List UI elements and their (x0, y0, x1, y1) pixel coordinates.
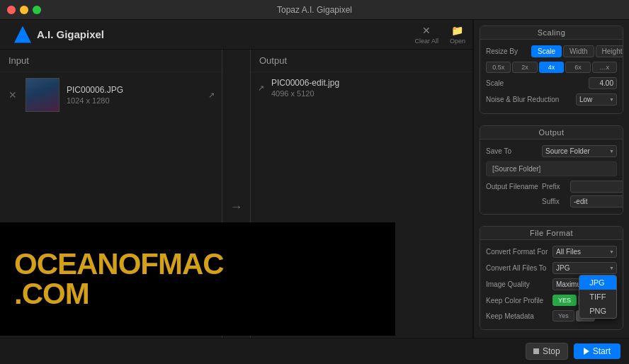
format-png-option[interactable]: PNG (579, 304, 616, 318)
format-tiff-option[interactable]: TIFF (579, 290, 616, 304)
watermark-ocean: OCEAN (14, 247, 118, 280)
color-yes-btn[interactable]: YES (552, 295, 577, 306)
noise-label: Noise & Blur Reduction (486, 96, 573, 103)
convert-to-select[interactable]: JPG TIFF PNG (552, 262, 617, 274)
file-name: PIC00006.JPG (67, 85, 201, 95)
prefix-input[interactable] (570, 181, 623, 193)
format-dropdown: JPG TIFF PNG (579, 275, 617, 319)
start-label: Start (593, 346, 611, 356)
external-link-icon[interactable]: ↗ (208, 91, 215, 100)
file-thumbnail (26, 78, 60, 112)
app-logo-text: A.I. Gigapixel (37, 28, 104, 40)
app-logo-icon (14, 26, 31, 43)
suffix-row: Suffix (486, 195, 617, 207)
scale-value-row: Scale (486, 77, 617, 89)
metadata-label: Keep Metadata (486, 312, 550, 320)
output-file-dimensions: 4096 x 5120 (271, 89, 465, 98)
watermark-line1: OCEANOFMAC (14, 249, 381, 279)
prefix-row: Output Filename Prefix (486, 181, 617, 193)
convert-to-label: Convert All Files To (486, 264, 550, 272)
input-header: Input (0, 50, 222, 72)
window-title: Topaz A.I. Gigapixel (277, 5, 352, 15)
scale-custom-btn[interactable]: …x (592, 62, 617, 73)
clear-all-button[interactable]: ✕ Clear All (414, 25, 438, 45)
output-file-icon: ↗ (258, 84, 264, 93)
main-container: A.I. Gigapixel ✕ Clear All 📁 Open Input … (0, 20, 629, 364)
close-button[interactable] (7, 6, 16, 14)
scale-options-row: 0.5x 2x 4x 6x …x (486, 62, 617, 73)
save-to-select[interactable]: Source Folder (542, 145, 617, 157)
suffix-label: Suffix (542, 198, 567, 205)
folder-display-box: [Source Folder] (486, 161, 617, 176)
scale-4x-btn[interactable]: 4x (539, 62, 564, 73)
play-icon (584, 348, 589, 355)
file-format-section: File Format Convert Format For All Files… (480, 226, 623, 330)
save-to-select-wrapper: Source Folder (542, 145, 617, 157)
scaling-content: Resize By Scale Width Height 0.5x 2x 4x … (480, 40, 623, 114)
file-dimensions: 1024 x 1280 (67, 96, 201, 105)
noise-select-wrapper: Low Medium High (576, 93, 617, 106)
scale-6x-btn[interactable]: 6x (565, 62, 590, 73)
convert-for-row: Convert Format For All Files (486, 246, 617, 258)
scale-buttons: 0.5x 2x 4x 6x …x (486, 62, 617, 73)
start-button[interactable]: Start (574, 343, 620, 359)
open-label: Open (450, 38, 465, 45)
resize-by-buttons: Scale Width Height (531, 45, 623, 57)
open-button[interactable]: 📁 Open (450, 25, 465, 45)
metadata-yes-btn[interactable]: Yes (552, 310, 574, 322)
watermark-line2: .COM (14, 279, 381, 309)
convert-to-wrapper: JPG TIFF PNG (552, 262, 617, 274)
stop-icon (533, 348, 539, 354)
arrow-icon: → (230, 200, 243, 215)
resize-by-label: Resize By (486, 47, 528, 55)
left-panel: A.I. Gigapixel ✕ Clear All 📁 Open Input … (0, 20, 473, 364)
convert-for-wrapper: All Files (552, 246, 617, 258)
resize-height-btn[interactable]: Height (596, 45, 623, 57)
watermark-of: OF (118, 247, 158, 280)
maximize-button[interactable] (33, 6, 41, 14)
suffix-input[interactable] (570, 195, 623, 207)
output-panel-title: Output (480, 126, 623, 140)
watermark-mac: MAC (158, 247, 224, 280)
scaling-title: Scaling (480, 26, 623, 40)
scale-2x-btn[interactable]: 2x (512, 62, 537, 73)
minimize-button[interactable] (20, 6, 28, 14)
convert-to-row: Convert All Files To JPG TIFF PNG JPG TI… (486, 262, 617, 274)
remove-file-button[interactable]: ✕ (7, 88, 18, 102)
titlebar: Topaz A.I. Gigapixel (0, 0, 629, 20)
output-header: Output (251, 50, 472, 72)
format-jpg-option[interactable]: JPG (579, 275, 616, 290)
prefix-label: Prefix (542, 183, 567, 190)
scale-value-input[interactable] (589, 77, 617, 89)
output-panel-content: Save To Source Folder [Source Folder] Ou… (480, 140, 623, 215)
output-panel-section: Output Save To Source Folder [Source Fol… (480, 125, 623, 215)
quality-label: Image Quality (486, 280, 550, 288)
save-to-row: Save To Source Folder (486, 145, 617, 157)
noise-row: Noise & Blur Reduction Low Medium High (486, 93, 617, 106)
filename-label: Output Filename (486, 183, 539, 190)
traffic-lights (7, 6, 41, 14)
convert-for-label: Convert Format For (486, 248, 550, 256)
file-format-title: File Format (480, 227, 623, 240)
resize-scale-btn[interactable]: Scale (531, 45, 562, 57)
stop-button[interactable]: Stop (526, 343, 568, 360)
resize-width-btn[interactable]: Width (563, 45, 594, 57)
file-info: PIC00006.JPG 1024 x 1280 (67, 85, 201, 105)
output-file-item: ↗ PIC00006-edit.jpg 4096 x 5120 (251, 72, 472, 103)
save-to-label: Save To (486, 147, 539, 155)
output-file-name: PIC00006-edit.jpg (271, 78, 465, 88)
clear-icon: ✕ (419, 25, 434, 36)
bottom-bar: Stop Start (0, 338, 629, 364)
scale-05x-btn[interactable]: 0.5x (486, 62, 511, 73)
folder-icon: 📁 (450, 25, 465, 36)
noise-select[interactable]: Low Medium High (576, 93, 617, 106)
scale-value-label: Scale (486, 79, 586, 87)
color-profile-label: Keep Color Profile (486, 297, 550, 305)
resize-by-row: Resize By Scale Width Height (486, 45, 617, 57)
clear-all-label: Clear All (414, 38, 438, 45)
output-file-info: PIC00006-edit.jpg 4096 x 5120 (271, 78, 465, 98)
convert-for-select[interactable]: All Files (552, 246, 617, 258)
stop-label: Stop (543, 346, 560, 356)
right-panel: Scaling Resize By Scale Width Height 0.5… (473, 20, 629, 364)
logo-area: A.I. Gigapixel (7, 26, 111, 43)
